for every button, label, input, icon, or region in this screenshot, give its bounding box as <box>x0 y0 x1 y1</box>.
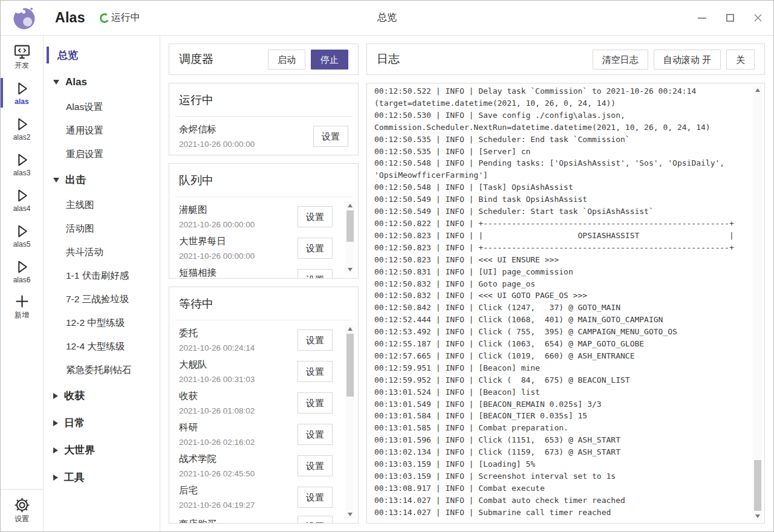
rail-item-alas3[interactable]: alas3 <box>1 146 43 182</box>
nav-item[interactable]: 重启设置 <box>44 143 160 166</box>
scrollbar-thumb[interactable] <box>346 334 354 397</box>
task-setting-button[interactable]: 设置 <box>298 269 333 279</box>
play-icon <box>14 116 30 132</box>
nav-group-label: Alas <box>65 76 87 88</box>
task-row: 商店购买设置 <box>179 516 333 523</box>
task-rows: 委托2021-10-26 00:24:14设置大舰队2021-10-26 00:… <box>179 327 333 523</box>
nav-group: 工具 <box>44 464 160 491</box>
nav-item[interactable]: Alas设置 <box>44 96 160 119</box>
log-line: 00:12:53.492 | INFO | Click ( 755, 395) … <box>374 326 749 338</box>
task-list-waiting: 委托2021-10-26 00:24:14设置大舰队2021-10-26 00:… <box>169 320 358 523</box>
task-info: 商店购买 <box>179 518 298 523</box>
rail-item-alas[interactable]: alas <box>1 75 43 111</box>
task-info: 战术学院2021-10-26 02:45:50 <box>179 453 298 478</box>
log-line: 00:12:50.522 | INFO | Delay task `Commis… <box>374 85 749 109</box>
task-info: 短猫相接2021-10-26 00:00:00 <box>179 267 298 278</box>
rail-item-settings[interactable]: 设置 <box>1 489 43 531</box>
task-info: 委托2021-10-26 00:24:14 <box>179 327 298 352</box>
play-icon <box>14 152 30 168</box>
task-setting-button[interactable]: 设置 <box>298 487 333 508</box>
scroll-up-icon[interactable] <box>753 86 762 94</box>
task-list-running: 余烬信标2021-10-26 00:00:00设置 <box>169 117 358 155</box>
task-row: 科研2021-10-26 02:16:02设置 <box>179 421 333 447</box>
minimize-icon[interactable] <box>697 13 707 23</box>
rail-item-dev[interactable]: 开发 <box>1 39 43 75</box>
log-title: 日志 <box>377 51 400 67</box>
log-line: 00:13:01.524 | INFO | [Beacon] list <box>374 386 749 398</box>
nav-group-header[interactable]: 收获 <box>44 382 160 409</box>
nav-item[interactable]: 共斗活动 <box>44 241 160 264</box>
task-setting-button[interactable]: 设置 <box>298 424 333 445</box>
scroll-down-icon[interactable] <box>345 510 354 519</box>
scrollbar[interactable] <box>345 325 354 519</box>
nav-item[interactable]: 主线图 <box>44 193 160 217</box>
rail-item-alas6[interactable]: alas6 <box>1 253 43 289</box>
rail-item-add[interactable]: 新增 <box>1 289 43 325</box>
nav-item[interactable]: 7-2 三战捡垃圾 <box>44 288 160 311</box>
log-body[interactable]: 00:12:50.522 | INFO | Delay task `Commis… <box>374 85 749 521</box>
maximize-icon[interactable] <box>725 13 735 23</box>
app-name: Alas <box>55 10 85 26</box>
clear-log-button[interactable]: 清空日志 <box>593 50 648 70</box>
log-line: 00:13:01.596 | INFO | Click (1151, 653) … <box>374 434 749 446</box>
log-line: 00:13:03.159 | INFO | Screenshot interva… <box>374 470 749 482</box>
scrollbar[interactable] <box>345 201 354 274</box>
nav-group-header[interactable]: 日常 <box>44 409 160 436</box>
section-waiting: 等待中委托2021-10-26 00:24:14设置大舰队2021-10-26 … <box>169 287 359 524</box>
rail-spacer <box>1 325 43 489</box>
scrollbar-thumb[interactable] <box>346 210 354 242</box>
task-setting-button[interactable]: 设置 <box>298 516 333 523</box>
rail-item-alas4[interactable]: alas4 <box>1 182 43 218</box>
scheduler-stop-button[interactable]: 停止 <box>311 50 348 70</box>
nav-item[interactable]: 1-1 伏击刷好感 <box>44 264 160 288</box>
autoscroll-toggle-button[interactable]: 自动滚动 开 <box>654 50 721 70</box>
task-time: 2021-10-26 04:19:27 <box>179 501 298 510</box>
nav-group: 日常 <box>44 409 160 436</box>
nav-group-header[interactable]: 工具 <box>44 464 160 491</box>
nav-group-header[interactable]: 出击 <box>44 166 160 193</box>
rail-item-label: alas3 <box>13 169 31 177</box>
scroll-down-icon[interactable] <box>753 512 762 521</box>
task-info: 后宅2021-10-26 04:19:27 <box>179 484 298 510</box>
nav-item[interactable]: 紧急委托刷钻石 <box>44 358 160 382</box>
task-setting-button[interactable]: 设置 <box>298 238 333 259</box>
rail-item-alas2[interactable]: alas2 <box>1 111 43 146</box>
app-logo <box>11 5 37 31</box>
task-name: 短猫相接 <box>179 267 298 278</box>
nav-item[interactable]: 12-4 大型练级 <box>44 335 160 358</box>
scheduler-start-button[interactable]: 启动 <box>268 50 305 70</box>
log-switch-button[interactable]: 关 <box>726 50 755 70</box>
scroll-down-icon[interactable] <box>345 265 354 274</box>
log-line: 00:12:50.832 | INFO | Goto page_os <box>374 278 749 290</box>
rail-item-alas5[interactable]: alas5 <box>1 218 43 253</box>
task-name: 潜艇图 <box>179 204 298 216</box>
log-scrollbar-thumb[interactable] <box>754 460 761 511</box>
task-time: 2021-10-26 01:08:02 <box>179 406 298 415</box>
nav-item-overview[interactable]: 总览 <box>44 42 160 68</box>
log-line: 00:13:14.027 | INFO | Combat auto check … <box>374 495 749 507</box>
task-row: 潜艇图2021-10-26 00:00:00设置 <box>179 204 333 229</box>
nav-menu: 总览AlasAlas设置通用设置重启设置出击主线图活动图共斗活动1-1 伏击刷好… <box>44 36 160 531</box>
task-setting-button[interactable]: 设置 <box>313 126 348 147</box>
scroll-up-icon[interactable] <box>345 201 354 210</box>
task-setting-button[interactable]: 设置 <box>298 206 333 227</box>
nav-item[interactable]: 12-2 中型练级 <box>44 311 160 335</box>
nav-group-header[interactable]: 大世界 <box>44 436 160 464</box>
gear-icon <box>14 497 30 513</box>
nav-item[interactable]: 通用设置 <box>44 119 160 143</box>
log-line: 00:12:52.444 | INFO | Click (1068, 401) … <box>374 314 749 326</box>
nav-group-header[interactable]: Alas <box>44 68 160 96</box>
rail-item-label: 设置 <box>15 514 29 524</box>
log-scrollbar[interactable] <box>753 86 762 521</box>
rail-item-label: alas6 <box>13 276 31 284</box>
titlebar: Alas 运行中 总览 <box>1 1 773 36</box>
task-setting-button[interactable]: 设置 <box>298 361 333 382</box>
task-name: 战术学院 <box>179 453 298 465</box>
log-line: 00:12:50.832 | INFO | <<< UI GOTO PAGE_O… <box>374 290 749 302</box>
nav-item[interactable]: 活动图 <box>44 217 160 241</box>
close-icon[interactable] <box>753 13 763 23</box>
task-setting-button[interactable]: 设置 <box>298 392 333 414</box>
task-setting-button[interactable]: 设置 <box>298 455 333 476</box>
scroll-up-icon[interactable] <box>345 325 354 333</box>
task-setting-button[interactable]: 设置 <box>298 329 333 351</box>
